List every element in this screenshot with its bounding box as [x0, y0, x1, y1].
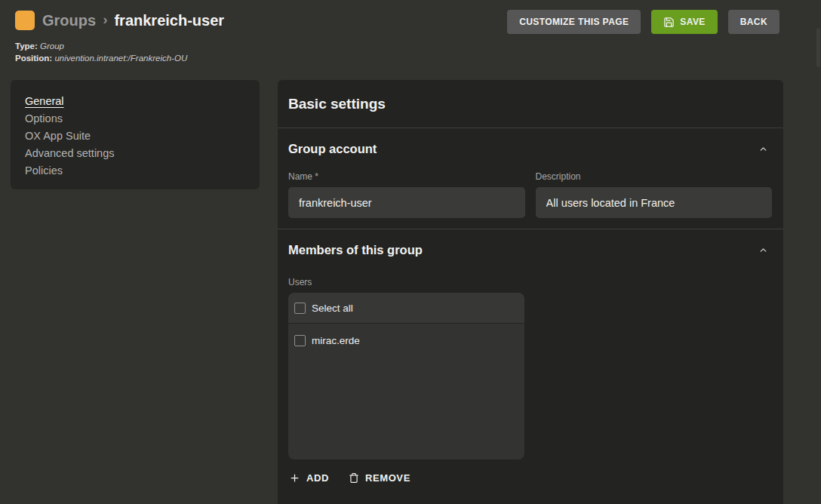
breadcrumb-groups[interactable]: Groups [42, 12, 96, 29]
groups-module-icon [15, 11, 35, 30]
save-button-label: SAVE [680, 17, 705, 27]
save-button[interactable]: SAVE [651, 10, 717, 34]
breadcrumb: Groups › frankreich-user [42, 12, 224, 29]
collapse-chevron-up-icon[interactable] [758, 245, 768, 255]
sidebar-item-policies[interactable]: Policies [25, 162, 245, 180]
sidebar-item-general[interactable]: General [25, 93, 245, 110]
scrollbar-thumb[interactable] [816, 28, 820, 67]
name-field-group: Name * [288, 171, 525, 218]
select-all-row[interactable]: Select all [288, 293, 524, 324]
customize-page-button[interactable]: CUSTOMIZE THIS PAGE [507, 10, 641, 34]
back-button[interactable]: BACK [728, 10, 779, 34]
page-header: Groups › frankreich-user [15, 11, 224, 30]
sidebar-item-ox-app-suite[interactable]: OX App Suite [25, 128, 245, 145]
header-actions: CUSTOMIZE THIS PAGE SAVE BACK [507, 10, 779, 34]
object-type-line: Type: Group [15, 40, 187, 52]
type-value: Group [40, 41, 64, 51]
collapse-chevron-up-icon[interactable] [758, 144, 768, 154]
section-members: Members of this group [278, 229, 783, 272]
description-label: Description [536, 171, 773, 182]
section-group-account: Group account [278, 128, 783, 171]
description-field-group: Description [536, 171, 773, 218]
sidebar-item-advanced-settings[interactable]: Advanced settings [25, 145, 245, 162]
select-all-label: Select all [312, 303, 353, 314]
plus-icon [289, 472, 300, 484]
add-button-label: ADD [306, 472, 329, 484]
description-input[interactable] [536, 187, 773, 218]
user-name: mirac.erde [312, 335, 360, 346]
panel-title: Basic settings [278, 80, 783, 128]
settings-nav: General Options OX App Suite Advanced se… [11, 80, 260, 189]
section-group-account-title: Group account [288, 142, 377, 156]
object-position-line: Position: univention.intranet:/Frankreic… [15, 52, 187, 64]
members-actions: ADD REMOVE [289, 472, 783, 484]
trash-icon [349, 472, 359, 484]
remove-button-label: REMOVE [365, 472, 410, 484]
remove-button[interactable]: REMOVE [349, 472, 410, 484]
select-all-checkbox[interactable] [294, 303, 306, 314]
save-icon [663, 17, 675, 28]
spacer [278, 218, 783, 229]
position-label: Position: [15, 54, 52, 63]
object-meta: Type: Group Position: univention.intrane… [15, 40, 187, 64]
add-button[interactable]: ADD [289, 472, 329, 484]
chevron-right-icon: › [103, 11, 107, 28]
group-account-fields: Name * Description [278, 171, 783, 218]
name-input[interactable] [288, 187, 525, 218]
users-list: mirac.erde [288, 324, 524, 459]
page-title: frankreich-user [114, 12, 224, 29]
type-label: Type: [15, 41, 38, 51]
users-label: Users [278, 277, 783, 287]
user-checkbox[interactable] [294, 335, 306, 346]
section-members-title: Members of this group [288, 243, 423, 257]
sidebar-item-options[interactable]: Options [25, 110, 245, 128]
basic-settings-panel: Basic settings Group account Name * Desc… [278, 80, 783, 504]
users-multiselect: Select all mirac.erde [288, 293, 524, 459]
position-value: univention.intranet:/Frankreich-OU [54, 54, 187, 63]
list-item[interactable]: mirac.erde [288, 329, 524, 352]
name-label: Name * [288, 171, 525, 182]
